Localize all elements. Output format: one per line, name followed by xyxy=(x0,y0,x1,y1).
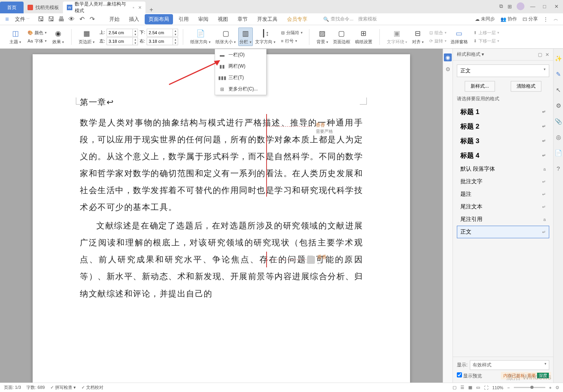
show-select[interactable]: 有效样式 ▾ xyxy=(470,360,549,370)
columns-three[interactable]: ▮▮▮三栏(T) xyxy=(215,72,266,83)
ribbon-tab-developer[interactable]: 开发工具 xyxy=(253,14,282,24)
paper-direction-button[interactable]: 📄纸张方向 ▾ xyxy=(188,28,213,46)
status-spell[interactable]: ✓拼写检查 ▾ xyxy=(50,385,76,390)
columns-button[interactable]: ▥分栏 ▾ xyxy=(238,28,252,46)
style-item-3[interactable]: 标题 4↵ xyxy=(457,148,549,163)
comment-1[interactable]: 香香 需要严格 xyxy=(316,122,333,134)
save-as-icon[interactable]: 🖫 xyxy=(47,15,55,23)
ribbon-tab-premium[interactable]: 会员专享 xyxy=(283,14,311,24)
rotate-button[interactable]: ⟳旋转▾ xyxy=(428,37,448,45)
tab-document[interactable]: W 数学是人类对...象结构与模式 ▫ × xyxy=(63,2,145,13)
undo-icon[interactable]: ↶ xyxy=(78,15,86,23)
style-item-5[interactable]: 批注文字↵ xyxy=(457,175,549,188)
margin-top-input[interactable]: 2.54 cm▲▼ xyxy=(107,29,138,37)
avatar-icon[interactable] xyxy=(517,2,524,10)
margin-bottom-input[interactable]: 2.54 cm▲▼ xyxy=(147,29,178,37)
align-button[interactable]: ⊟对齐 ▾ xyxy=(410,28,426,46)
ribbon-tab-view[interactable]: 视图 xyxy=(214,14,232,24)
style-item-0[interactable]: 标题 1↵ xyxy=(457,105,549,119)
ribbon-tab-references[interactable]: 引用 xyxy=(175,14,193,24)
select-pane-button[interactable]: ▭选择窗格 xyxy=(448,28,470,46)
paper-size-button[interactable]: ▢纸张大小 ▾ xyxy=(213,28,238,46)
ribbon-tab-review[interactable]: 审阅 xyxy=(194,14,212,24)
search-command[interactable]: 🔍 查找命令... xyxy=(323,16,353,22)
columns-more[interactable]: ⊞更多分栏(C)... xyxy=(215,83,266,95)
margin-button[interactable]: ▦ 页边距 ▾ xyxy=(76,28,97,46)
panel-close-icon[interactable]: ✕ xyxy=(545,52,549,57)
page-border-button[interactable]: ▢页面边框 xyxy=(331,28,353,46)
style-item-4[interactable]: 默认 段落字体a xyxy=(457,163,549,175)
send-back-button[interactable]: ⬇下移一层▾ xyxy=(472,37,501,45)
color-button[interactable]: 🎨颜色▾ xyxy=(26,29,48,37)
view-web-icon[interactable]: ▦ xyxy=(468,385,472,390)
group-button[interactable]: ⊡组合▾ xyxy=(428,29,448,37)
margin-right-input[interactable]: 3.18 cm▲▼ xyxy=(147,37,178,45)
style-item-7[interactable]: 尾注文本↵ xyxy=(457,201,549,213)
layout-icon[interactable]: ⧉ xyxy=(499,3,503,9)
font-button[interactable]: Aa字体▾ xyxy=(26,37,48,45)
print-preview-icon[interactable]: 👁 xyxy=(68,15,75,23)
close-button[interactable]: ✕ xyxy=(553,4,560,9)
theme-button[interactable]: ◫ 主题 ▾ xyxy=(7,28,24,46)
save-icon[interactable]: 🖫 xyxy=(37,15,45,23)
style-item-2[interactable]: 标题 3↵ xyxy=(457,134,549,148)
tab-template[interactable]: 找稻壳模板 xyxy=(24,2,63,13)
current-style-box[interactable]: 正文 ▾ xyxy=(457,64,549,77)
document-page[interactable]: 第一章↩ 数学是人类对事物的抽象结构与模式进行严格描述、推导的一种通用手段，可以… xyxy=(33,54,410,383)
search-template[interactable]: 搜索模板 xyxy=(358,16,377,22)
effect-button[interactable]: ◉ 效果 ▾ xyxy=(50,28,66,46)
zoom-value[interactable]: 110% xyxy=(492,385,503,390)
status-page[interactable]: 页面: 1/3 xyxy=(4,385,21,390)
style-item-6[interactable]: 题注↵ xyxy=(457,188,549,201)
view-read-icon[interactable]: ▭ xyxy=(476,385,480,390)
ribbon-tab-start[interactable]: 开始 xyxy=(105,14,123,24)
break-button[interactable]: ⊟分隔符▾ xyxy=(280,29,304,37)
side-wand-icon[interactable]: ✨ xyxy=(555,55,562,62)
columns-two[interactable]: ▮▮两栏(W) xyxy=(215,61,266,72)
view-outline-icon[interactable]: ☰ xyxy=(460,385,464,390)
ribbon-tab-insert[interactable]: 插入 xyxy=(125,14,143,24)
apps-icon[interactable]: ⊞ xyxy=(508,4,512,9)
zoom-slider[interactable] xyxy=(514,387,545,388)
redo-icon[interactable]: ↷ xyxy=(88,15,96,23)
status-words[interactable]: 字数: 689 xyxy=(26,385,44,390)
more-icon[interactable]: ⋮ xyxy=(543,17,548,22)
zoom-out-icon[interactable]: − xyxy=(507,385,510,390)
side-clip-icon[interactable]: 📎 xyxy=(555,118,562,125)
side-doc-icon[interactable]: 📄 xyxy=(555,149,562,156)
grid-paper-button[interactable]: ⊞稿纸设置 xyxy=(353,28,375,46)
columns-one[interactable]: ▬一栏(O) xyxy=(215,49,266,61)
style-item-9[interactable]: 正文↵ xyxy=(457,226,549,238)
background-button[interactable]: ▨背景 ▾ xyxy=(314,28,331,46)
side-pen-icon[interactable]: ✎ xyxy=(556,71,561,78)
view-page-icon[interactable]: ▢ xyxy=(453,385,456,390)
text-wrap-button[interactable]: ▣文字环绕 ▾ xyxy=(385,28,410,46)
style-item-1[interactable]: 标题 2↵ xyxy=(457,119,549,134)
nav-location-icon[interactable]: ◉ xyxy=(444,53,452,61)
side-help-icon[interactable]: ? xyxy=(557,165,560,172)
tab-close-icon[interactable]: × xyxy=(138,4,142,11)
share-button[interactable]: ⮹ 分享 xyxy=(523,16,538,22)
zoom-fit-icon[interactable]: ⊙ xyxy=(556,385,559,390)
menu-hamburger-icon[interactable]: ≡ xyxy=(3,15,11,23)
file-menu[interactable]: 文件 ﹀ xyxy=(13,16,32,23)
tab-home[interactable]: 首页 xyxy=(0,2,24,13)
tab-menu-icon[interactable]: ▫ xyxy=(133,5,134,10)
preview-checkbox[interactable]: 显示预览 xyxy=(457,372,482,379)
nav-tool-icon[interactable]: ⚙ xyxy=(445,66,451,72)
panel-pin-icon[interactable]: ▢ xyxy=(538,52,542,57)
minimize-button[interactable]: — xyxy=(529,4,536,9)
bring-forward-button[interactable]: ⬆上移一层▾ xyxy=(472,29,501,37)
coop-button[interactable]: 👥 协作 xyxy=(500,16,517,22)
ribbon-tab-section[interactable]: 章节 xyxy=(234,14,252,24)
clear-format-button[interactable]: 清除格式 xyxy=(511,81,541,92)
maximize-button[interactable]: □ xyxy=(541,4,548,9)
comment-2[interactable]: 香香 ↩ xyxy=(307,254,327,266)
style-item-8[interactable]: 尾注引用a xyxy=(457,213,549,226)
side-settings-icon[interactable]: ⚙ xyxy=(556,102,561,109)
line-number-button[interactable]: ≡行号▾ xyxy=(280,37,304,45)
sync-button[interactable]: ☁ 未同步 xyxy=(475,16,495,22)
margin-left-input[interactable]: 3.18 cm▲▼ xyxy=(107,37,138,45)
zoom-in-icon[interactable]: + xyxy=(549,385,552,390)
side-target-icon[interactable]: ◎ xyxy=(556,134,561,141)
